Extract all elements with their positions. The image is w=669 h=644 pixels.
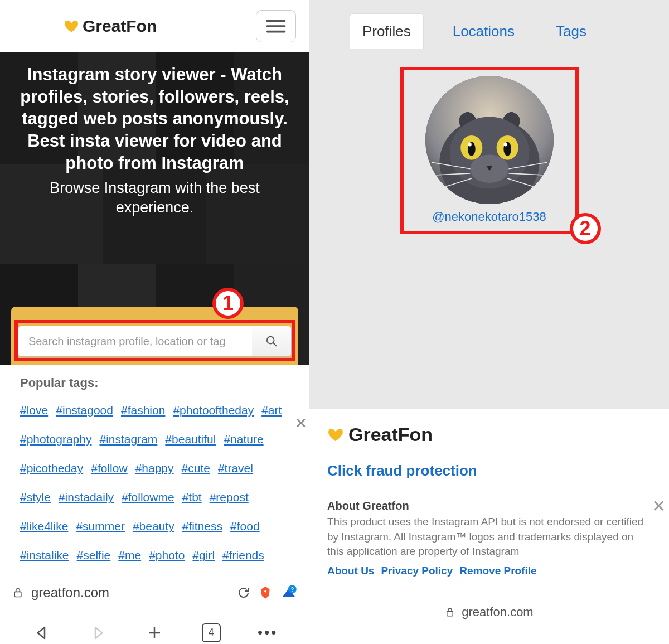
tag-link[interactable]: #friends [222,543,264,568]
popular-tags-list: #love#instagood#fashion#photooftheday#ar… [20,398,289,568]
results-area: 2 [309,49,669,303]
link-about-us[interactable]: About Us [327,565,374,577]
hamburger-icon [266,18,286,34]
search-input[interactable] [18,326,252,356]
svg-point-13 [503,143,507,147]
svg-rect-1 [14,592,21,597]
tag-link[interactable]: #fashion [121,398,165,423]
tag-link[interactable]: #selfie [77,543,111,568]
tag-link[interactable]: #photography [20,427,91,452]
popular-tags-title: Popular tags: [20,376,289,390]
address-bar: greatfon.com ? [0,575,309,610]
profile-result[interactable]: 2 [400,67,579,303]
tag-link[interactable]: #cute [182,456,210,481]
tag-link[interactable]: #tbt [182,485,202,510]
link-remove-profile[interactable]: Remove Profile [459,565,536,577]
tag-link[interactable]: #like4like [20,514,68,539]
avatar [425,76,554,204]
search-container: 1 [11,307,298,365]
nav-tabs[interactable]: 4 [201,622,222,643]
plus-icon [146,624,163,641]
menu-button[interactable] [256,10,296,42]
reload-icon[interactable] [237,586,250,599]
tag-link[interactable]: #art [261,398,282,423]
browser-nav-bar: 4 ••• [0,610,309,644]
search-icon [265,335,278,347]
tag-link[interactable]: #photooftheday [173,398,254,423]
tab-tags[interactable]: Tags [544,14,599,49]
popular-tags-card: Popular tags: #love#instagood#fashion#ph… [11,365,298,575]
nav-more[interactable]: ••• [257,622,278,643]
tag-link[interactable]: #happy [135,456,174,481]
hero-title: Instagram story viewer - Watch profiles,… [12,64,297,174]
close-icon[interactable]: ✕ [295,415,307,432]
link-privacy-policy[interactable]: Privacy Policy [381,565,453,577]
heart-icon [64,18,79,34]
tag-link[interactable]: #instadaily [59,485,114,510]
logo-text: GreatFon [83,17,157,36]
tab-profiles[interactable]: Profiles [350,13,424,49]
hero-subtitle: Browse Instagram with the best experienc… [12,178,297,217]
nav-back[interactable] [31,622,52,643]
hero: Instagram story viewer - Watch profiles,… [0,52,309,365]
footer-logo[interactable]: GreatFon [327,424,651,446]
brave-icon[interactable] [258,585,273,600]
avatar-image [425,76,554,204]
logo[interactable]: GreatFon [64,17,157,36]
tag-link[interactable]: #picotheday [20,456,83,481]
search-box [18,326,292,357]
vpn-icon[interactable]: ? [280,584,297,601]
heart-icon [327,427,344,443]
tab-locations[interactable]: Locations [440,14,527,49]
tag-link[interactable]: #repost [210,485,249,510]
tag-link[interactable]: #nature [224,427,263,452]
triangle-right-icon [90,624,106,641]
tabs-section: Profiles Locations Tags [309,0,669,49]
url-text: greatfon.com [31,585,229,601]
header: GreatFon [0,0,309,52]
svg-point-12 [467,143,471,147]
tag-link[interactable]: #instalike [20,543,69,568]
tag-link[interactable]: #instagood [56,398,113,423]
annotation-2-badge: 2 [570,213,601,244]
about-title: About Greatfon [327,500,651,512]
tag-link[interactable]: #me [118,543,141,568]
tag-link[interactable]: #followme [122,485,174,510]
tag-link[interactable]: #beauty [133,514,174,539]
nav-forward[interactable] [88,622,109,643]
fraud-protection-link[interactable]: Click fraud protection [327,462,651,480]
svg-rect-14 [447,612,453,616]
profile-handle[interactable]: @nekonekotaro1538 [400,210,579,224]
tab-count: 4 [202,623,221,642]
tag-link[interactable]: #follow [91,456,127,481]
tag-link[interactable]: #beautiful [165,427,216,452]
svg-text:?: ? [290,586,294,592]
tag-link[interactable]: #style [20,485,51,510]
footer-links: About Us Privacy Policy Remove Profile [327,565,651,577]
nav-new-tab[interactable] [144,622,165,643]
about-text: This product uses the Instagram API but … [327,515,651,559]
tag-link[interactable]: #instagram [99,427,157,452]
search-button[interactable] [252,326,291,356]
tag-link[interactable]: #photo [149,543,185,568]
lock-icon [445,607,455,617]
address-bar-right: greatfon.com [327,594,651,636]
tag-link[interactable]: #fitness [182,514,222,539]
annotation-1-badge: 1 [212,288,244,319]
lock-icon [12,587,23,598]
footer-logo-text: GreatFon [348,424,433,446]
tag-link[interactable]: #girl [192,543,215,568]
url-text-right: greatfon.com [462,605,533,619]
tag-link[interactable]: #travel [218,456,253,481]
dots-icon: ••• [258,624,278,641]
triangle-left-icon [33,624,50,641]
footer: GreatFon Click fraud protection About Gr… [309,409,669,644]
right-panel: Profiles Locations Tags 2 [309,0,669,644]
tag-link[interactable]: #love [20,398,48,423]
left-panel: GreatFon Instagram story viewer - Watch … [0,0,309,644]
close-icon[interactable]: ✕ [652,496,666,516]
tag-link[interactable]: #food [230,514,260,539]
tag-link[interactable]: #summer [76,514,125,539]
